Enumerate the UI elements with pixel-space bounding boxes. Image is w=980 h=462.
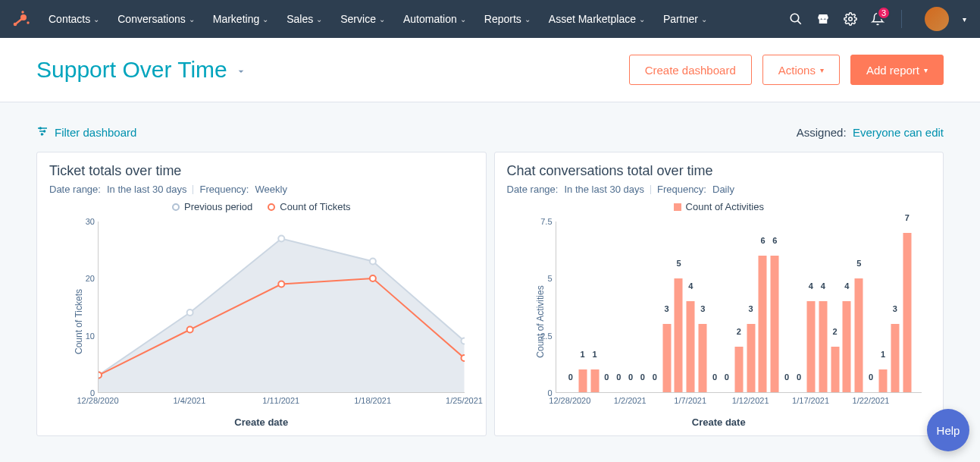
chevron-down-icon: ⌄ [262, 15, 268, 24]
legend-swatch [268, 203, 275, 211]
bar-value-label: 0 [725, 372, 729, 382]
svg-point-5 [849, 17, 853, 21]
bar-value-label: 7 [905, 213, 910, 222]
legend-label: Previous period [184, 201, 252, 212]
bar [699, 324, 707, 392]
notifications-icon[interactable]: 3 [871, 12, 885, 26]
nav-item-partner[interactable]: Partner⌄ [657, 8, 713, 30]
help-button[interactable]: Help [927, 409, 969, 451]
settings-icon[interactable] [844, 12, 857, 26]
nav-item-service[interactable]: Service⌄ [334, 8, 391, 30]
search-icon[interactable] [789, 12, 803, 26]
bar-value-label: 4 [821, 281, 825, 291]
bar [675, 278, 683, 392]
add-report-label: Add report [866, 64, 919, 77]
bar-value-label: 1 [581, 350, 585, 359]
dashboard-title-dropdown[interactable]: Support Over Time [36, 57, 247, 83]
nav-item-asset-marketplace[interactable]: Asset Marketplace⌄ [543, 8, 651, 30]
nav-item-label: Reports [484, 13, 521, 25]
x-axis-label: Create date [507, 416, 931, 428]
legend-swatch [674, 203, 681, 211]
x-tick: 1/18/2021 [354, 396, 391, 405]
bar-value-label: 4 [809, 281, 813, 291]
freq-label: Frequency: [199, 184, 249, 195]
nav-item-conversations[interactable]: Conversations⌄ [111, 8, 201, 30]
bar [759, 256, 767, 392]
marketplace-icon[interactable] [816, 12, 830, 26]
bar-value-label: 5 [676, 259, 681, 268]
range-value: In the last 30 days [107, 184, 187, 195]
card-meta: Date range: In the last 30 days Frequenc… [49, 184, 474, 195]
y-tick: 20 [70, 274, 95, 283]
report-card-chats: Chat conversations total over time Date … [494, 152, 944, 436]
nav-item-marketing[interactable]: Marketing⌄ [207, 8, 274, 30]
nav-item-label: Asset Marketplace [549, 13, 636, 25]
bar [747, 324, 755, 392]
y-tick: 7.5 [528, 217, 553, 226]
legend-item-activities: Count of Activities [674, 201, 764, 212]
x-tick: 12/28/2020 [549, 396, 590, 405]
x-tick: 1/7/2021 [674, 396, 706, 405]
caret-down-icon: ▾ [820, 66, 824, 74]
chevron-down-icon: ⌄ [379, 15, 385, 24]
bar [878, 369, 887, 392]
nav-item-sales[interactable]: Sales⌄ [280, 8, 328, 30]
bar-value-label: 0 [568, 372, 573, 382]
plot-area: 01100000354300236600442450137 [556, 222, 922, 393]
nav-item-label: Service [340, 13, 376, 25]
create-dashboard-button[interactable]: Create dashboard [629, 55, 752, 85]
svg-point-12 [370, 259, 376, 265]
hubspot-logo-icon[interactable] [11, 8, 32, 30]
page-header: Support Over Time Create dashboard Actio… [0, 38, 980, 102]
chevron-down-icon: ⌄ [524, 15, 531, 24]
divider [193, 185, 193, 194]
bar-value-label: 0 [604, 372, 609, 382]
bar-value-label: 4 [844, 281, 849, 291]
nav-item-reports[interactable]: Reports⌄ [478, 8, 537, 30]
y-ticks: 0102030 [70, 222, 95, 393]
filter-dashboard-button[interactable]: Filter dashboard [36, 125, 136, 140]
y-tick: 5 [528, 274, 553, 283]
nav-item-label: Partner [663, 13, 698, 25]
bar-value-label: 3 [700, 304, 705, 313]
range-label: Date range: [507, 184, 559, 195]
bar [831, 347, 839, 392]
nav-item-automation[interactable]: Automation⌄ [397, 8, 472, 30]
actions-button[interactable]: Actions ▾ [762, 55, 840, 85]
nav-item-label: Automation [403, 13, 457, 25]
svg-point-14 [99, 372, 102, 379]
svg-point-15 [187, 327, 193, 333]
assigned-link[interactable]: Everyone can edit [853, 126, 944, 139]
nav-item-contacts[interactable]: Contacts⌄ [42, 8, 105, 30]
chevron-down-icon: ⌄ [93, 15, 99, 24]
assigned-area: Assigned: Everyone can edit [797, 126, 944, 139]
svg-point-6 [39, 127, 41, 129]
avatar[interactable] [925, 7, 949, 31]
x-tick: 1/12/2021 [732, 396, 769, 405]
bar [806, 301, 815, 392]
account-menu-chevron-icon[interactable]: ▾ [963, 15, 966, 24]
chevron-down-icon: ⌄ [316, 15, 322, 24]
card-title: Ticket totals over time [49, 163, 474, 179]
bar-value-label: 0 [616, 372, 621, 382]
chevron-down-icon: ⌄ [460, 15, 466, 24]
svg-point-4 [791, 14, 799, 22]
bar [891, 324, 899, 392]
svg-point-17 [370, 275, 376, 281]
bar-value-label: 3 [893, 304, 897, 313]
bar-value-label: 5 [856, 259, 861, 268]
chart-legend: Count of Activities [507, 201, 931, 212]
bar-value-label: 2 [833, 327, 838, 336]
add-report-button[interactable]: Add report ▾ [850, 55, 944, 85]
filter-label: Filter dashboard [55, 126, 136, 139]
nav-item-label: Contacts [49, 13, 90, 25]
x-tick: 1/4/2021 [173, 396, 205, 405]
y-ticks: 02.557.5 [528, 222, 553, 393]
bar-value-label: 0 [628, 372, 633, 382]
legend-label: Count of Activities [686, 201, 764, 212]
report-card-tickets: Ticket totals over time Date range: In t… [36, 152, 487, 436]
chevron-down-icon: ⌄ [701, 15, 707, 24]
legend-swatch [172, 203, 180, 211]
notification-badge: 3 [877, 6, 891, 20]
y-tick: 2.5 [528, 332, 553, 341]
